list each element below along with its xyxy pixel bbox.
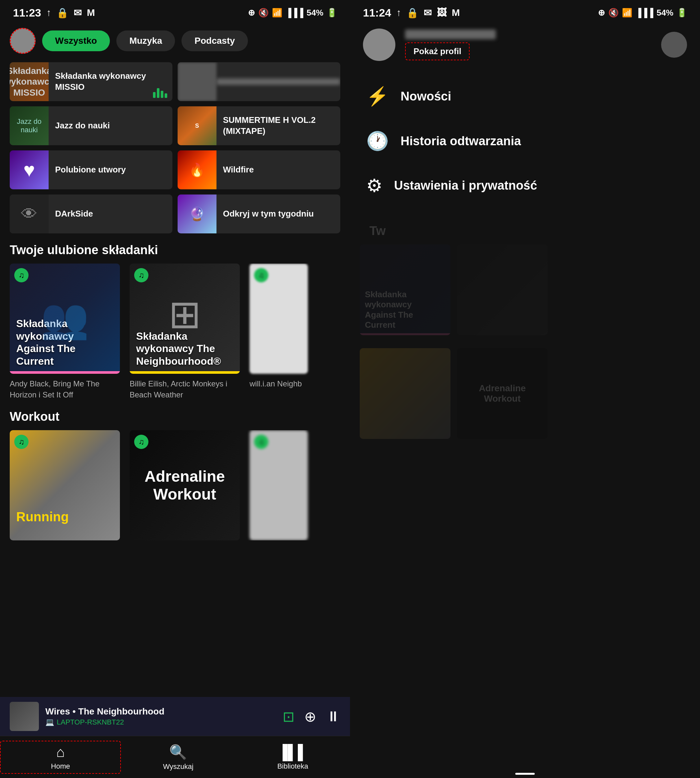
left-panel: 11:23 ↑ 🔒 ✉ M ⊕ 🔇 📶 ▐▐▐ 54% 🔋 Wszystko M…: [0, 0, 350, 778]
time-left: 11:23: [13, 7, 41, 19]
signal-icon: ▐▐▐: [285, 8, 303, 18]
nav-library-label: Biblioteka: [277, 762, 308, 771]
nav-home[interactable]: ⌂ Home: [0, 741, 121, 774]
yellow-bar: [130, 371, 240, 374]
np-device: 💻 LAPTOP-RSKNBT22: [45, 718, 276, 726]
quick-item-blurred[interactable]: [178, 62, 340, 101]
search-icon: 🔍: [169, 744, 187, 761]
darkside-thumb: 👁: [10, 195, 48, 234]
spotify-logo-3: ♫: [254, 268, 268, 282]
against-artists: Andy Black, Bring Me The Horizon i Set I…: [10, 378, 120, 400]
np-info: Wires • The Neighbourhood 💻 LAPTOP-RSKNB…: [45, 706, 276, 726]
home-icon: ⌂: [56, 744, 65, 760]
quick-item-jazz[interactable]: Jazz do nauki Jazz do nauki: [10, 106, 172, 145]
workout-row: ♫ Running ♫ Adrenaline Workout ♫: [0, 430, 350, 540]
quick-item-odkryj[interactable]: 🔮 Odkryj w tym tygodniu: [178, 195, 340, 234]
workout-third[interactable]: ♫: [250, 430, 308, 540]
playlist-against[interactable]: ♫ SkładankawykonawcyAgainst TheCurrent 👥…: [10, 264, 120, 400]
jazz-thumb: Jazz do nauki: [10, 106, 48, 145]
quick-item-darkside[interactable]: 👁 DArkSide: [10, 195, 172, 234]
summertime-thumb: S: [178, 106, 217, 145]
cast-icon[interactable]: ⊡: [283, 708, 295, 725]
avatar[interactable]: [10, 28, 36, 54]
historia-label: Historia odtwarzania: [400, 134, 521, 148]
right-profile-header: Pokaż profil: [350, 23, 700, 67]
running-label: Running: [16, 509, 69, 524]
quick-item-wildfire[interactable]: 🔥 Wildfire: [178, 150, 340, 189]
missio-thumb: Składanka wykonawcy MISSIO: [10, 62, 48, 101]
mail-icon: M: [87, 7, 95, 18]
laptop-icon: 💻: [45, 718, 54, 726]
tab-muzyka[interactable]: Muzyka: [116, 30, 175, 51]
ustawienia-label: Ustawienia i prywatność: [394, 179, 537, 192]
polubione-label: Polubione utwory: [48, 164, 172, 175]
profile-name-blur: [405, 30, 496, 39]
favorites-title: Twoje ulubione składanki: [0, 234, 350, 264]
right-panel: 11:24 ↑ 🔒 ✉ 🖼 M ⊕ 🔇 📶 ▐▐▐ 54% 🔋 Pokaż pr…: [350, 0, 700, 778]
status-right-right: ⊕ 🔇 📶 ▐▐▐ 54% 🔋: [598, 8, 687, 18]
workout-running[interactable]: ♫ Running: [10, 430, 120, 540]
menu-nowosci[interactable]: ⚡ Nowości: [350, 74, 700, 119]
np-title: Wires • The Neighbourhood: [45, 706, 276, 717]
bg-card-2: [457, 244, 548, 335]
now-playing-bar[interactable]: Wires • The Neighbourhood 💻 LAPTOP-RSKNB…: [0, 697, 350, 736]
neighbourhood-artists: Billie Eilish, Arctic Monkeys i Beach We…: [130, 378, 240, 400]
status-right-left: ⊕ 🔇 📶 ▐▐▐ 54% 🔋: [248, 8, 337, 18]
mail-icon-r: M: [452, 7, 460, 18]
nav-search[interactable]: 🔍 Wyszukaj: [121, 744, 235, 771]
playlists-row: ♫ SkładankawykonawcyAgainst TheCurrent 👥…: [0, 264, 350, 400]
quick-item-missio[interactable]: Składanka wykonawcy MISSIO Składanka wyk…: [10, 62, 172, 101]
third-w-thumb: ♫: [250, 430, 308, 540]
spotify-logo-r2: ♫: [134, 435, 148, 449]
menu-ustawienia[interactable]: ⚙ Ustawienia i prywatność: [350, 164, 700, 208]
menu-list: ⚡ Nowości 🕐 Historia odtwarzania ⚙ Ustaw…: [350, 67, 700, 214]
workout-title: Workout: [0, 400, 350, 430]
workout-adrenaline[interactable]: ♫ Adrenaline Workout: [130, 430, 240, 540]
np-device-name: LAPTOP-RSKNBT22: [57, 718, 124, 726]
gallery-icon: 🖼: [437, 7, 447, 18]
bg-workout-1: [360, 348, 450, 439]
quick-item-polubione[interactable]: ♥ Polubione utwory: [10, 150, 172, 189]
pause-icon[interactable]: ⏸: [326, 708, 340, 725]
wildfire-label: Wildfire: [217, 164, 340, 175]
message-icon-r: ✉: [423, 7, 432, 18]
wifi-icon-r: 📶: [622, 8, 632, 18]
quick-item-summertime[interactable]: S SUMMERTIME H VOL.2 (MIXTAPE): [178, 106, 340, 145]
add-icon[interactable]: ⊕: [304, 708, 316, 725]
odkryj-label: Odkryj w tym tygodniu: [217, 209, 340, 219]
message-icon: ✉: [73, 7, 82, 18]
wifi-icon: 📶: [272, 8, 282, 18]
bolt-icon: ⚡: [366, 85, 389, 107]
running-thumb: ♫ Running: [10, 430, 120, 540]
signal-icon-r: ▐▐▐: [635, 8, 653, 18]
time-right: 11:24: [363, 7, 391, 19]
playlist-neighbourhood[interactable]: ♫ Składankawykonawcy TheNeighbourhood® ⊞…: [130, 264, 240, 400]
mute-icon: 🔇: [258, 8, 269, 18]
blurred-thumb: [178, 62, 217, 101]
lock-icon-r: 🔒: [407, 7, 418, 18]
status-left-right: 11:24 ↑ 🔒 ✉ 🖼 M: [363, 7, 460, 19]
jazz-label: Jazz do nauki: [48, 120, 172, 131]
battery-icon: 🔋: [327, 8, 337, 18]
show-profile-button[interactable]: Pokaż profil: [405, 42, 470, 60]
spotify-logo-2: ♫: [134, 268, 148, 282]
nav-library[interactable]: ▐▌▌ Biblioteka: [236, 744, 350, 771]
status-bar-right: 11:24 ↑ 🔒 ✉ 🖼 M ⊕ 🔇 📶 ▐▐▐ 54% 🔋: [350, 0, 700, 23]
bg-workout-row: Adrenaline Workout: [360, 348, 690, 439]
bluetooth-icon: ⊕: [248, 8, 255, 18]
third-thumb: ♫: [250, 264, 308, 374]
bg-workout-2: Adrenaline Workout: [457, 348, 548, 439]
bg-playlist-row: SkładankawykonawcyAgainst TheCurrent: [360, 244, 690, 335]
mute-icon-r: 🔇: [608, 8, 619, 18]
status-left: 11:23 ↑ 🔒 ✉ M: [13, 7, 95, 19]
against-thumb: ♫ SkładankawykonawcyAgainst TheCurrent 👥: [10, 264, 120, 374]
nowosci-label: Nowości: [400, 90, 451, 104]
playlist-third[interactable]: ♫ will.i.an Neighb: [250, 264, 308, 400]
tab-wszystko[interactable]: Wszystko: [42, 30, 110, 51]
tab-podcasty[interactable]: Podcasty: [182, 30, 248, 51]
battery-left: 54%: [307, 8, 323, 18]
menu-historia[interactable]: 🕐 Historia odtwarzania: [350, 119, 700, 164]
right-profile-avatar: [363, 28, 395, 61]
status-bar-left: 11:23 ↑ 🔒 ✉ M ⊕ 🔇 📶 ▐▐▐ 54% 🔋: [0, 0, 350, 23]
bluetooth-icon-r: ⊕: [598, 8, 605, 18]
